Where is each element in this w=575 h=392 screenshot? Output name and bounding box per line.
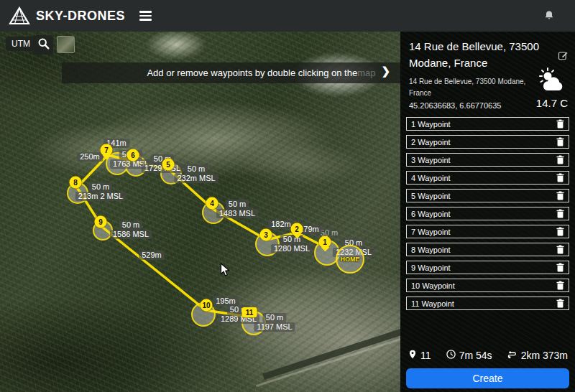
waypoint-row-1[interactable]: 1 Waypoint — [406, 117, 569, 131]
stat-location-pin: 11 — [408, 349, 431, 362]
stat-value: 7m 54s — [459, 350, 492, 361]
waypoint-row-label: 6 Waypoint — [411, 210, 451, 218]
waypoint-row-label: 11 Waypoint — [411, 299, 454, 308]
menu-icon[interactable] — [139, 11, 152, 21]
waypoint-row-10[interactable]: 10 Waypoint — [406, 279, 569, 292]
altitude-label: 50 m1483 MSL — [216, 200, 258, 218]
route-overlay — [0, 32, 400, 392]
trash-icon[interactable] — [556, 263, 564, 272]
waypoint-marker-1[interactable]: 1 — [319, 236, 331, 248]
waypoint-marker-10[interactable]: 10 — [201, 299, 213, 312]
waypoint-row-label: 5 Waypoint — [411, 192, 451, 200]
create-button[interactable]: Create — [406, 368, 569, 388]
hint-text-fade: map — [357, 67, 375, 78]
sun-cloud-icon — [537, 83, 567, 95]
temperature-value: 14.7 C — [536, 97, 568, 109]
waypoint-row-6[interactable]: 6 Waypoint — [406, 207, 569, 220]
waypoint-row-label: 3 Waypoint — [411, 156, 451, 164]
clock-icon — [446, 349, 456, 362]
distance-label: 182m — [268, 220, 294, 229]
waypoint-list: 1 Waypoint2 Waypoint3 Waypoint4 Waypoint… — [406, 117, 569, 314]
waypoint-row-label: 9 Waypoint — [411, 263, 451, 272]
address-subtitle: 14 Rue de Bellevue, 73500 Modane, France — [409, 76, 530, 99]
waypoint-row-label: 1 Waypoint — [411, 120, 451, 129]
mission-stats: 117m 54s2km 373m — [408, 348, 568, 362]
waypoint-row-label: 4 Waypoint — [411, 174, 451, 182]
mission-sidebar: 14 Rue de Bellevue, 73500 Modane, France… — [400, 32, 575, 392]
waypoint-row-11[interactable]: 11 Waypoint — [406, 297, 569, 310]
waypoint-row-label: 10 Waypoint — [411, 281, 455, 290]
altitude-label: 50 m1586 MSL — [110, 220, 152, 239]
address-title: 14 Rue de Bellevue, 73500 Modane, France — [409, 39, 556, 71]
hint-text: Add or remove waypoints by double clicki… — [147, 67, 357, 78]
distance-label: 250m — [77, 152, 103, 162]
altitude-label: 50 m1280 MSL — [271, 235, 313, 253]
waypoint-row-9[interactable]: 9 Waypoint — [406, 261, 569, 274]
distance-label: 195m — [213, 297, 239, 306]
waypoint-row-3[interactable]: 3 Waypoint — [406, 153, 569, 167]
search-button[interactable] — [33, 35, 53, 55]
home-marker[interactable]: HOME — [336, 245, 364, 274]
mouse-cursor — [220, 263, 231, 281]
waypoint-marker-3[interactable]: 3 — [260, 229, 272, 241]
coordinates-text: 45.20636683, 6.66770635 — [409, 101, 501, 110]
trash-icon[interactable] — [556, 209, 564, 218]
waypoint-row-label: 8 Waypoint — [411, 246, 451, 254]
distance-label: 529m — [139, 251, 165, 260]
weather-widget: 14.7 C — [536, 67, 568, 109]
waypoint-row-label: 2 Waypoint — [411, 138, 451, 146]
waypoint-marker-9[interactable]: 9 — [95, 216, 107, 228]
waypoint-row-2[interactable]: 2 Waypoint — [406, 135, 569, 149]
chevron-right-icon[interactable]: ❯ — [381, 65, 390, 78]
hint-banner: Add or remove waypoints by double clicki… — [62, 62, 400, 83]
altitude-label: 50 m232m MSL — [174, 164, 218, 183]
trash-icon[interactable] — [556, 119, 564, 129]
stat-clock: 7m 54s — [446, 349, 492, 362]
waypoint-row-8[interactable]: 8 Waypoint — [406, 243, 569, 256]
top-bar: SKY-DRONES — [0, 0, 575, 32]
sky-drones-logo-icon — [9, 6, 30, 25]
waypoint-row-7[interactable]: 7 Waypoint — [406, 225, 569, 238]
stat-value: 2km 373m — [521, 350, 568, 361]
utm-toggle-button[interactable]: UTM — [6, 37, 36, 51]
waypoint-row-5[interactable]: 5 Waypoint — [406, 189, 569, 202]
route-icon — [507, 348, 518, 362]
waypoint-row-4[interactable]: 4 Waypoint — [406, 171, 569, 185]
location-pin-icon — [408, 349, 418, 362]
altitude-label: 50 m1197 MSL — [254, 313, 295, 332]
bell-icon[interactable] — [543, 9, 555, 24]
brand-title: SKY-DRONES — [36, 9, 125, 24]
stat-value: 11 — [420, 350, 431, 361]
trash-icon[interactable] — [556, 155, 564, 164]
trash-icon[interactable] — [556, 173, 564, 182]
waypoint-row-label: 7 Waypoint — [411, 228, 451, 236]
stat-route: 2km 373m — [507, 348, 568, 362]
map-texture — [0, 32, 400, 392]
waypoint-marker-7[interactable]: 7 — [101, 144, 113, 157]
basemap-layer-button[interactable] — [57, 36, 75, 53]
edit-icon[interactable] — [558, 50, 569, 64]
app-window: SKY-DRONES 1234567891011HOME50 m1763 MSL… — [0, 0, 575, 392]
waypoint-marker-11[interactable]: 11 — [242, 307, 257, 317]
search-icon — [37, 37, 50, 52]
waypoint-marker-8[interactable]: 8 — [70, 177, 82, 189]
trash-icon[interactable] — [556, 281, 564, 290]
altitude-label: 50 m213m 2 MSL — [75, 182, 126, 201]
trash-icon[interactable] — [556, 191, 564, 200]
trash-icon[interactable] — [556, 245, 564, 254]
waypoint-marker-5[interactable]: 5 — [162, 159, 175, 171]
trash-icon[interactable] — [556, 227, 564, 236]
waypoint-marker-4[interactable]: 4 — [206, 197, 218, 210]
waypoint-marker-2[interactable]: 2 — [291, 223, 303, 235]
waypoint-marker-6[interactable]: 6 — [127, 149, 139, 162]
home-label: HOME — [341, 256, 360, 263]
trash-icon[interactable] — [556, 299, 564, 308]
trash-icon[interactable] — [556, 137, 564, 146]
map-canvas[interactable]: 1234567891011HOME50 m1763 MSL50 m1729 MS… — [0, 32, 400, 392]
